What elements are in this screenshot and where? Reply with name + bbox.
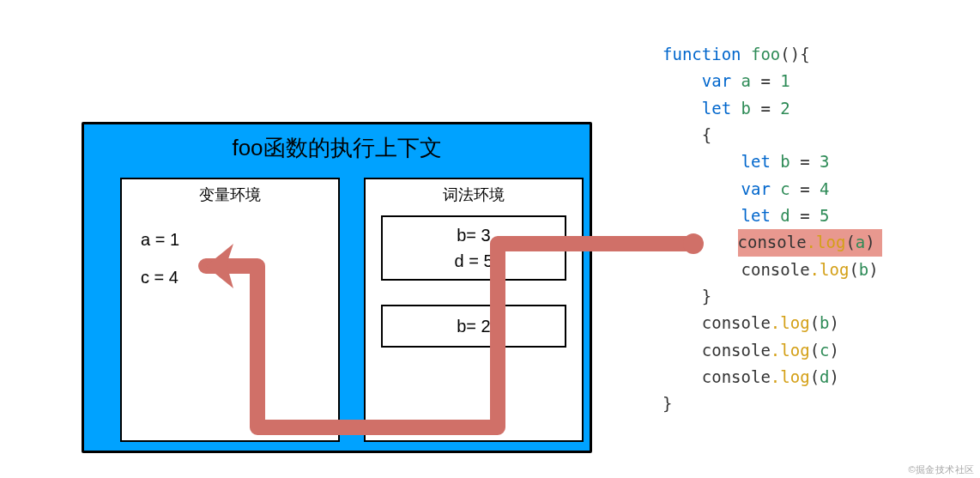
watermark: ©掘金技术社区: [908, 463, 975, 476]
lexical-inner-block: b= 3 d = 5: [381, 215, 566, 281]
lexical-entry: d = 5: [396, 248, 551, 274]
lexical-environment-box: 词法环境 b= 3 d = 5 b= 2: [364, 178, 584, 442]
execution-context-title: foo函数的执行上下文: [84, 133, 590, 163]
lexical-environment-title: 词法环境: [366, 185, 582, 205]
code-block: function foo(){ var a = 1 let b = 2 { le…: [662, 41, 882, 418]
execution-context-box: foo函数的执行上下文 变量环境 a = 1 c = 4 词法环境 b= 3 d…: [82, 122, 592, 453]
canvas: foo函数的执行上下文 变量环境 a = 1 c = 4 词法环境 b= 3 d…: [0, 0, 980, 478]
variable-entry: c = 4: [141, 258, 319, 296]
variable-environment-title: 变量环境: [122, 185, 338, 205]
lexical-outer-block: b= 2: [381, 305, 566, 348]
variable-environment-box: 变量环境 a = 1 c = 4: [120, 178, 340, 442]
lexical-entry: b= 2: [396, 313, 551, 339]
variable-entry: a = 1: [141, 221, 319, 258]
lexical-entry: b= 3: [396, 222, 551, 248]
variable-environment-content: a = 1 c = 4: [122, 205, 338, 312]
